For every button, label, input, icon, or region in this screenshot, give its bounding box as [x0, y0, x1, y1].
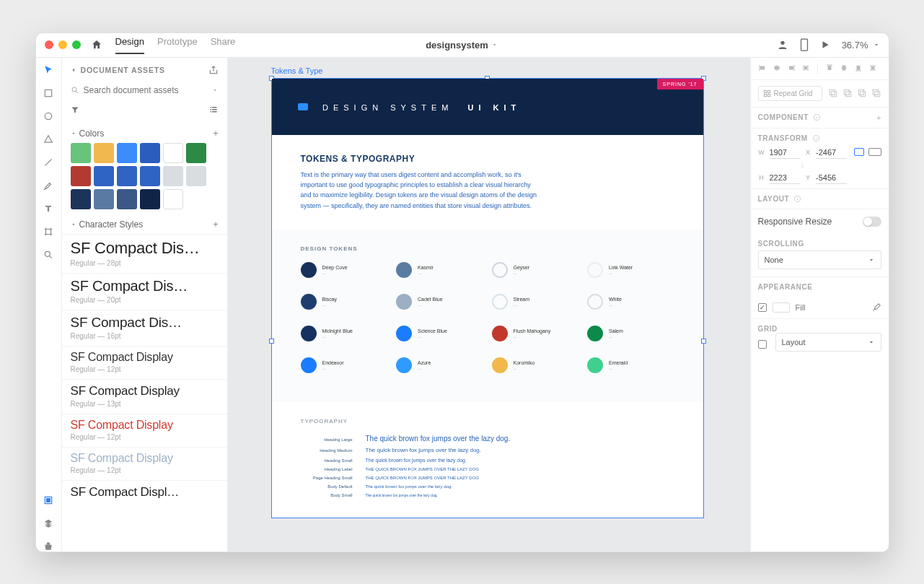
artboard-label[interactable]: Tokens & Type	[271, 66, 323, 75]
minimize-icon[interactable]	[58, 40, 67, 49]
plugins-panel-icon[interactable]	[43, 541, 53, 552]
color-swatch[interactable]	[94, 189, 114, 209]
chevron-down-icon[interactable]	[71, 131, 76, 136]
color-swatch[interactable]	[163, 166, 183, 186]
search-dropdown-icon[interactable]	[211, 87, 219, 94]
typo-list: Heading LargeThe quick brown fox jumps o…	[301, 435, 674, 497]
grid-select[interactable]: Layout	[775, 333, 881, 352]
svg-rect-46	[874, 92, 879, 97]
height-input[interactable]	[770, 172, 801, 184]
layers-panel-icon[interactable]	[43, 518, 53, 528]
charstyle-item[interactable]: SF Compact DisplayRegular — 13pt	[62, 379, 227, 414]
svg-rect-44	[860, 92, 865, 97]
width-input[interactable]	[770, 147, 801, 159]
color-token: Geyser—	[492, 262, 579, 278]
lock-aspect-icon[interactable]: ⟂	[751, 162, 854, 169]
charstyle-item[interactable]: SF Compact DisplayRegular — 12pt	[62, 414, 227, 447]
tab-prototype[interactable]: Prototype	[157, 36, 198, 54]
charstyle-item[interactable]: SF Compact DisplayRegular — 12pt	[62, 346, 227, 379]
rectangle-tool-icon[interactable]	[43, 88, 53, 98]
color-swatch[interactable]	[117, 143, 137, 163]
color-token: Salem—	[587, 326, 674, 341]
x-input[interactable]	[816, 147, 847, 159]
svg-rect-13	[210, 109, 211, 110]
color-swatch[interactable]	[163, 143, 183, 163]
orientation-portrait-icon[interactable]	[854, 148, 864, 156]
play-icon[interactable]	[820, 40, 830, 50]
boolean-ops[interactable]	[828, 88, 881, 98]
add-color-icon[interactable]: +	[213, 128, 218, 139]
svg-point-0	[780, 41, 784, 45]
charstyles-label: Character Styles	[79, 219, 144, 230]
color-swatch[interactable]	[94, 166, 114, 186]
document-title[interactable]: designsystem	[426, 40, 498, 51]
device-preview-icon[interactable]	[800, 38, 809, 51]
responsive-resize-toggle[interactable]	[863, 217, 881, 227]
orientation-landscape-icon[interactable]	[868, 148, 881, 156]
color-swatch[interactable]	[186, 143, 206, 163]
kit-label-a: DESIGN SYSTEM	[322, 103, 453, 112]
maximize-icon[interactable]	[72, 40, 81, 49]
svg-line-4	[45, 159, 51, 165]
fill-checkbox[interactable]	[758, 303, 767, 312]
home-icon[interactable]	[91, 39, 102, 51]
fill-swatch[interactable]	[773, 302, 790, 313]
align-controls[interactable]	[758, 64, 877, 74]
y-input[interactable]	[816, 172, 847, 184]
charstyle-item[interactable]: SF Compact DisplayRegular — 12pt	[62, 447, 227, 480]
typo-row: Heading LargeThe quick brown fox jumps o…	[301, 435, 674, 443]
artboard[interactable]: SPRING '17 DESIGN SYSTEM UI KIT TOKENS &…	[271, 78, 704, 519]
color-swatch[interactable]	[71, 143, 91, 163]
zoom-value: 36.7%	[842, 40, 868, 51]
list-view-icon[interactable]	[208, 105, 219, 114]
ellipse-tool-icon[interactable]	[43, 111, 53, 121]
color-swatch[interactable]	[186, 166, 206, 186]
grid-checkbox[interactable]	[758, 340, 767, 349]
repeat-grid-button[interactable]: Repeat Grid	[758, 86, 822, 101]
assets-panel-icon[interactable]	[43, 495, 53, 505]
canvas[interactable]: Tokens & Type SPRING '17 DESIGN SYSTEM U…	[228, 58, 750, 552]
user-icon[interactable]	[777, 39, 788, 51]
text-tool-icon[interactable]	[43, 204, 53, 214]
line-tool-icon[interactable]	[43, 157, 53, 167]
pen-tool-icon[interactable]	[43, 180, 53, 191]
color-swatch[interactable]	[140, 166, 160, 186]
close-icon[interactable]	[45, 40, 53, 49]
color-swatch[interactable]	[117, 166, 137, 186]
chevron-down-icon[interactable]	[71, 222, 76, 227]
color-swatch[interactable]	[140, 189, 160, 209]
color-swatch[interactable]	[163, 189, 183, 209]
color-swatch[interactable]	[71, 189, 91, 209]
assets-panel: DOCUMENT ASSETS Colors + Character Style…	[62, 58, 228, 552]
tab-design[interactable]: Design	[115, 36, 144, 54]
selection-handle[interactable]	[701, 339, 706, 344]
charstyle-item[interactable]: SF Compact Dis…Regular — 16pt	[62, 310, 227, 346]
add-charstyle-icon[interactable]: +	[213, 219, 218, 230]
color-swatch[interactable]	[94, 143, 114, 163]
eyedropper-icon[interactable]	[871, 302, 881, 313]
svg-rect-14	[212, 109, 217, 110]
charstyle-item[interactable]: SF Compact Dis…Regular — 28pt	[62, 234, 227, 273]
zoom-tool-icon[interactable]	[43, 250, 53, 260]
add-component-icon[interactable]: +	[876, 113, 881, 122]
scrolling-select[interactable]: None	[758, 250, 881, 269]
color-swatch[interactable]	[140, 143, 160, 163]
select-tool-icon[interactable]	[43, 65, 53, 75]
selection-handle[interactable]	[269, 339, 274, 344]
filter-icon[interactable]	[71, 105, 79, 114]
polygon-tool-icon[interactable]	[43, 134, 53, 144]
export-icon[interactable]	[208, 65, 219, 75]
svg-rect-25	[804, 66, 806, 69]
zoom-control[interactable]: 36.7%	[842, 40, 880, 51]
back-icon[interactable]	[71, 66, 76, 74]
charstyle-item[interactable]: SF Compact Displ…	[62, 480, 227, 507]
artboard-tool-icon[interactable]	[43, 227, 53, 237]
search-input[interactable]	[84, 85, 207, 95]
artboard-header: SPRING '17 DESIGN SYSTEM UI KIT	[272, 79, 703, 135]
tab-share[interactable]: Share	[211, 36, 236, 54]
color-swatch[interactable]	[71, 166, 91, 186]
kit-label-b: UI KIT	[468, 103, 522, 112]
color-swatch[interactable]	[117, 189, 137, 209]
appearance-label: APPEARANCE	[758, 283, 813, 291]
charstyle-item[interactable]: SF Compact Dis…Regular — 20pt	[62, 273, 227, 310]
